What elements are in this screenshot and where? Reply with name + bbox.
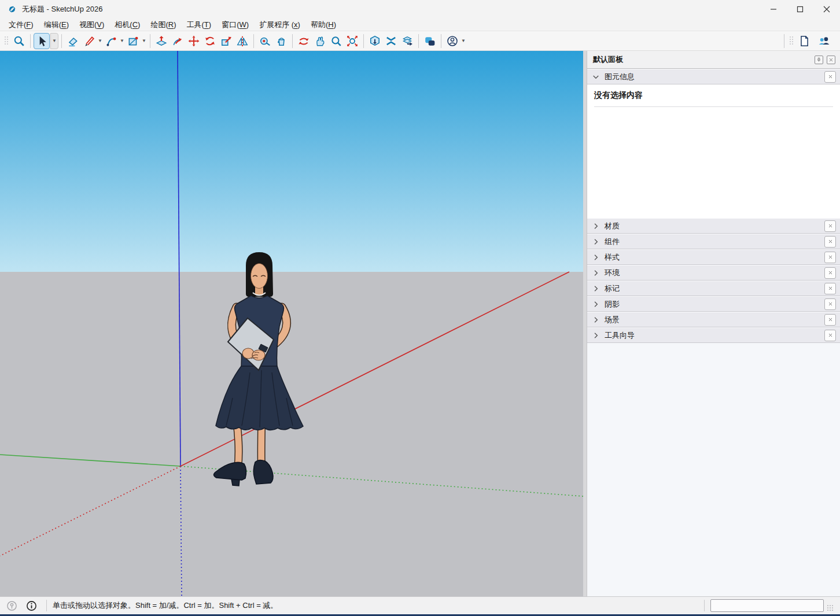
paint-icon xyxy=(275,35,287,47)
close-section-button[interactable] xyxy=(824,314,836,326)
menu-r[interactable]: 绘图(R) xyxy=(145,19,181,31)
people-icon xyxy=(818,35,830,47)
chevron-right-icon xyxy=(592,269,600,277)
orbit-tool-button[interactable] xyxy=(296,33,312,49)
toolbar-right-drag-handle[interactable] xyxy=(790,36,794,45)
section-row-2[interactable]: 样式 xyxy=(587,249,840,265)
close-section-button[interactable] xyxy=(824,252,836,263)
rect-icon xyxy=(127,35,139,47)
section-row-6[interactable]: 场景 xyxy=(587,312,840,327)
close-section-button[interactable] xyxy=(824,330,836,341)
status-hint: 单击或拖动以选择对象。Shift = 加/减。Ctrl = 加。Shift + … xyxy=(53,600,278,611)
doc-icon xyxy=(798,35,810,47)
geolocation-button[interactable] xyxy=(6,600,17,611)
select-dropdown-button[interactable]: ▼ xyxy=(50,33,58,49)
arc-icon xyxy=(105,35,117,47)
menu-v[interactable]: 视图(V) xyxy=(74,19,109,31)
section-row-4[interactable]: 标记 xyxy=(587,281,840,296)
close-button[interactable] xyxy=(813,0,840,19)
line-tool-button[interactable] xyxy=(81,33,97,49)
menu-x[interactable]: 扩展程序 (x) xyxy=(254,19,305,31)
extension-icon xyxy=(385,35,397,47)
line-dropdown-button[interactable]: ▼ xyxy=(97,33,103,49)
new-document-button[interactable] xyxy=(796,33,812,49)
minimize-button[interactable] xyxy=(760,0,787,19)
move-tool-button[interactable] xyxy=(186,33,202,49)
close-section-button[interactable] xyxy=(824,220,836,232)
section-row-0[interactable]: 材质 xyxy=(587,218,840,234)
menu-e[interactable]: 编辑(E) xyxy=(39,19,74,31)
search-tool-button[interactable] xyxy=(11,33,27,49)
tray-close-button[interactable] xyxy=(827,56,835,64)
sky xyxy=(0,51,583,272)
section-label: 场景 xyxy=(605,315,824,325)
default-tray-panel: 默认面板 图元信息 没有选择内容 材质组件样式环境标记阴影场景工具向导 xyxy=(587,51,840,596)
menu-f[interactable]: 文件(F) xyxy=(3,19,39,31)
section-row-3[interactable]: 环境 xyxy=(587,265,840,281)
paint-bucket-tool-button[interactable] xyxy=(273,33,289,49)
section-row-5[interactable]: 阴影 xyxy=(587,296,840,312)
maximize-button[interactable] xyxy=(787,0,813,19)
section-row-1[interactable]: 组件 xyxy=(587,234,840,249)
search-icon xyxy=(13,35,25,47)
zoom-extents-tool-button[interactable] xyxy=(344,33,360,49)
feedback-tool-button[interactable] xyxy=(422,33,438,49)
layout-icon xyxy=(401,35,413,47)
close-section-button[interactable] xyxy=(824,71,836,83)
close-section-button[interactable] xyxy=(824,283,836,294)
menu-t[interactable]: 工具(T) xyxy=(182,19,217,31)
section-entity-info[interactable]: 图元信息 xyxy=(587,69,840,84)
section-row-7[interactable]: 工具向导 xyxy=(587,327,840,343)
toolbar-drag-handle[interactable] xyxy=(5,36,9,45)
close-icon xyxy=(828,317,833,322)
rotate-icon xyxy=(204,35,216,47)
move-icon xyxy=(188,35,200,47)
close-icon xyxy=(828,270,833,275)
window-title: 无标题 - SketchUp 2026 xyxy=(22,4,102,14)
menu-h[interactable]: 帮助(H) xyxy=(305,19,341,31)
pencil-icon xyxy=(83,35,95,47)
zoom-tool-button[interactable] xyxy=(328,33,344,49)
extension-warehouse-tool-button[interactable] xyxy=(383,33,399,49)
scale-tool-button[interactable] xyxy=(218,33,234,49)
send-to-layout-tool-button[interactable] xyxy=(399,33,415,49)
entity-info-body: 没有选择内容 xyxy=(587,84,840,218)
measurement-input[interactable] xyxy=(710,599,824,612)
close-section-button[interactable] xyxy=(824,298,836,310)
rotate-tool-button[interactable] xyxy=(202,33,218,49)
tray-header: 默认面板 xyxy=(587,51,840,68)
arc-dropdown-button[interactable]: ▼ xyxy=(119,33,125,49)
section-label: 标记 xyxy=(605,283,824,294)
arc-tool-button[interactable] xyxy=(103,33,119,49)
account-tool-button[interactable] xyxy=(444,33,460,49)
pan-tool-button[interactable] xyxy=(312,33,328,49)
followme-icon xyxy=(172,35,183,47)
account-dropdown-button[interactable]: ▼ xyxy=(460,33,466,49)
menu-c[interactable]: 相机(C) xyxy=(109,19,145,31)
push-pull-tool-button[interactable] xyxy=(153,33,170,49)
tray-pin-button[interactable] xyxy=(815,56,823,64)
menu-w[interactable]: 窗口(W) xyxy=(216,19,254,31)
flip-tool-button[interactable] xyxy=(234,33,250,49)
credits-info-button[interactable] xyxy=(25,600,37,611)
orbit-icon xyxy=(298,35,310,47)
sketchup-logo-icon xyxy=(7,4,17,14)
titlebar: 无标题 - SketchUp 2026 xyxy=(0,0,840,19)
close-section-button[interactable] xyxy=(824,267,836,279)
eraser-tool-button[interactable] xyxy=(65,33,81,49)
entity-info-message: 没有选择内容 xyxy=(594,90,840,101)
follow-me-tool-button[interactable] xyxy=(170,33,186,49)
collaboration-button[interactable] xyxy=(816,33,832,49)
modeling-viewport[interactable] xyxy=(0,51,583,596)
close-icon xyxy=(828,254,833,260)
window-resize-grip[interactable] xyxy=(827,605,837,614)
3d-warehouse-tool-button[interactable] xyxy=(367,33,383,49)
close-section-button[interactable] xyxy=(824,236,836,248)
shape-dropdown-button[interactable]: ▼ xyxy=(141,33,147,49)
close-icon xyxy=(828,223,833,228)
shape-tool-button[interactable] xyxy=(125,33,141,49)
chevron-right-icon xyxy=(592,331,600,340)
warehouse-icon xyxy=(369,35,381,47)
tape-measure-tool-button[interactable] xyxy=(257,33,273,49)
select-tool-button[interactable] xyxy=(34,33,50,49)
